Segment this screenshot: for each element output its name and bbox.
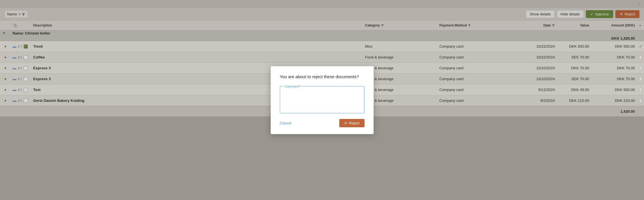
cancel-button[interactable]: Cancel [280, 119, 291, 127]
modal-reject-button[interactable]: ✕ Reject [339, 119, 364, 127]
comment-required-mark: * [299, 85, 300, 88]
modal-overlay: You are about to reject these documents?… [0, 0, 644, 200]
modal-title: You are about to reject these documents? [280, 74, 364, 79]
comment-textarea[interactable] [283, 90, 361, 111]
modal-reject-x-icon: ✕ [344, 121, 347, 125]
reject-modal: You are about to reject these documents?… [271, 66, 374, 134]
modal-reject-label: Reject [349, 121, 360, 125]
comment-label: Comment [285, 85, 299, 88]
modal-comment-field: Comment* [280, 85, 364, 113]
modal-actions: Cancel ✕ Reject [280, 119, 364, 127]
